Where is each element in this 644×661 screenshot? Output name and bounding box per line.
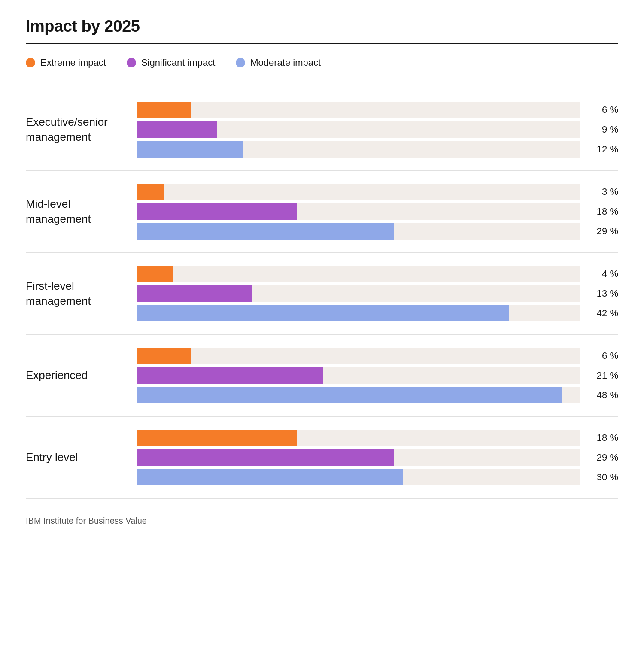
bar-fill-moderate bbox=[137, 141, 243, 158]
bar-fill-significant bbox=[137, 203, 297, 220]
category-block: First-levelmanagement4 %13 %42 % bbox=[26, 253, 618, 335]
bar-row: 18 % bbox=[137, 430, 618, 446]
bar-value-label: 6 % bbox=[584, 104, 618, 115]
bar-value-label: 30 % bbox=[584, 472, 618, 483]
bar-row: 30 % bbox=[137, 469, 618, 485]
bar-row: 48 % bbox=[137, 387, 618, 403]
bar-track bbox=[137, 102, 580, 118]
bar-value-label: 12 % bbox=[584, 144, 618, 155]
bar-row: 9 % bbox=[137, 121, 618, 138]
legend-dot-significant bbox=[127, 58, 136, 67]
category-label: Experienced bbox=[26, 368, 137, 383]
chart-section: Executive/seniormanagement6 %9 %12 %Mid-… bbox=[26, 89, 618, 499]
legend-label-extreme: Extreme impact bbox=[40, 57, 106, 68]
bar-track bbox=[137, 387, 580, 403]
bar-value-label: 3 % bbox=[584, 186, 618, 197]
bar-track bbox=[137, 469, 580, 485]
bar-track bbox=[137, 266, 580, 282]
bar-row: 4 % bbox=[137, 266, 618, 282]
bar-fill-moderate bbox=[137, 223, 394, 240]
bar-row: 3 % bbox=[137, 184, 618, 200]
bar-track bbox=[137, 449, 580, 466]
bar-track bbox=[137, 121, 580, 138]
bar-value-label: 6 % bbox=[584, 350, 618, 361]
category-label: Entry level bbox=[26, 450, 137, 465]
legend-label-moderate: Moderate impact bbox=[250, 57, 321, 68]
bar-fill-significant bbox=[137, 285, 252, 302]
bar-value-label: 21 % bbox=[584, 370, 618, 381]
bars-area: 3 %18 %29 % bbox=[137, 184, 618, 240]
bar-value-label: 13 % bbox=[584, 288, 618, 299]
bar-fill-extreme bbox=[137, 102, 191, 118]
bar-fill-significant bbox=[137, 367, 323, 384]
footer-text: IBM Institute for Business Value bbox=[26, 516, 618, 526]
bar-row: 42 % bbox=[137, 305, 618, 321]
legend-label-significant: Significant impact bbox=[141, 57, 215, 68]
bar-value-label: 42 % bbox=[584, 308, 618, 319]
bars-area: 6 %21 %48 % bbox=[137, 348, 618, 403]
bar-track bbox=[137, 430, 580, 446]
legend: Extreme impact Significant impact Modera… bbox=[26, 57, 618, 68]
bar-row: 12 % bbox=[137, 141, 618, 158]
bar-track bbox=[137, 348, 580, 364]
bar-row: 29 % bbox=[137, 449, 618, 466]
bar-track bbox=[137, 367, 580, 384]
legend-item-significant: Significant impact bbox=[127, 57, 215, 68]
top-divider bbox=[26, 43, 618, 44]
bar-fill-moderate bbox=[137, 469, 403, 485]
bar-value-label: 29 % bbox=[584, 226, 618, 237]
bar-value-label: 18 % bbox=[584, 206, 618, 217]
bar-fill-extreme bbox=[137, 430, 297, 446]
bar-value-label: 9 % bbox=[584, 124, 618, 135]
legend-item-extreme: Extreme impact bbox=[26, 57, 106, 68]
legend-dot-moderate bbox=[236, 58, 245, 67]
bar-row: 13 % bbox=[137, 285, 618, 302]
category-label: First-levelmanagement bbox=[26, 279, 137, 309]
bars-area: 6 %9 %12 % bbox=[137, 102, 618, 158]
bar-fill-significant bbox=[137, 121, 217, 138]
bar-track bbox=[137, 285, 580, 302]
category-label: Mid-levelmanagement bbox=[26, 197, 137, 227]
bar-fill-extreme bbox=[137, 348, 191, 364]
category-block: Executive/seniormanagement6 %9 %12 % bbox=[26, 89, 618, 171]
bar-fill-extreme bbox=[137, 266, 173, 282]
bar-row: 6 % bbox=[137, 348, 618, 364]
bar-fill-extreme bbox=[137, 184, 164, 200]
category-block: Experienced6 %21 %48 % bbox=[26, 335, 618, 417]
bar-row: 6 % bbox=[137, 102, 618, 118]
bars-area: 18 %29 %30 % bbox=[137, 430, 618, 485]
bar-value-label: 4 % bbox=[584, 268, 618, 279]
category-label: Executive/seniormanagement bbox=[26, 115, 137, 145]
bar-fill-moderate bbox=[137, 387, 562, 403]
chart-title: Impact by 2025 bbox=[26, 17, 618, 36]
bar-value-label: 48 % bbox=[584, 390, 618, 401]
category-block: Mid-levelmanagement3 %18 %29 % bbox=[26, 171, 618, 253]
legend-item-moderate: Moderate impact bbox=[236, 57, 321, 68]
bar-fill-moderate bbox=[137, 305, 509, 321]
bar-track bbox=[137, 203, 580, 220]
bar-track bbox=[137, 305, 580, 321]
bars-area: 4 %13 %42 % bbox=[137, 266, 618, 321]
legend-dot-extreme bbox=[26, 58, 35, 67]
bar-track bbox=[137, 141, 580, 158]
bar-value-label: 18 % bbox=[584, 432, 618, 443]
bar-row: 18 % bbox=[137, 203, 618, 220]
bar-track bbox=[137, 184, 580, 200]
bar-value-label: 29 % bbox=[584, 452, 618, 463]
bar-row: 29 % bbox=[137, 223, 618, 240]
bar-fill-significant bbox=[137, 449, 394, 466]
bar-row: 21 % bbox=[137, 367, 618, 384]
bar-track bbox=[137, 223, 580, 240]
category-block: Entry level18 %29 %30 % bbox=[26, 417, 618, 499]
